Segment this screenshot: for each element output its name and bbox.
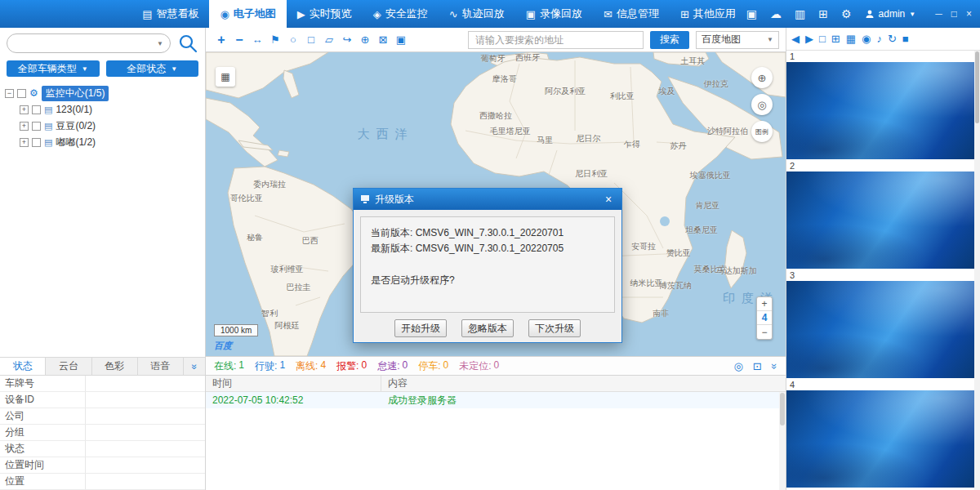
video-scrollbar[interactable] xyxy=(974,51,980,490)
close-icon[interactable]: × xyxy=(602,193,615,206)
polygon-draw-icon[interactable]: ▱ xyxy=(320,31,338,49)
zoom-select-icon[interactable]: ⊕ xyxy=(356,31,374,49)
collapse-panel-icon[interactable]: » xyxy=(184,358,205,375)
nav-tab-other-apps[interactable]: ⊞ 其他应用 xyxy=(670,0,746,28)
status-online: 在线: 1 xyxy=(214,359,244,373)
nav-tab-security[interactable]: ◈ 安全监控 xyxy=(363,0,439,28)
map-provider-select[interactable]: 百度地图 ▼ xyxy=(696,31,779,49)
maximize-button[interactable]: □ xyxy=(951,8,957,20)
nav-tab-label: 电子地图 xyxy=(234,7,276,21)
tree-node-label: 豆豆(0/2) xyxy=(56,119,96,133)
map-panorama-control[interactable]: ◎ xyxy=(751,94,773,115)
expand-icon[interactable]: + xyxy=(20,138,29,147)
search-icon[interactable] xyxy=(177,33,198,54)
user-menu[interactable]: admin ▼ xyxy=(865,8,916,20)
capture-icon[interactable]: ◉ xyxy=(862,33,871,45)
log-scrollbar[interactable] xyxy=(779,392,786,490)
tree-node-root[interactable]: − ⚙ 监控中心(1/5) xyxy=(5,85,205,101)
close-button[interactable]: × xyxy=(966,8,972,20)
ignore-version-button[interactable]: 忽略版本 xyxy=(461,319,514,337)
fullscreen-icon[interactable]: ⊡ xyxy=(753,360,762,372)
chevron-down-icon[interactable]: ▼ xyxy=(157,40,163,47)
tab-color[interactable]: 色彩 xyxy=(92,358,138,375)
single-view-icon[interactable]: □ xyxy=(819,33,826,45)
vehicle-status-filter[interactable]: 全部状态 ▼ xyxy=(106,60,199,77)
nav-tab-info-management[interactable]: ✉ 信息管理 xyxy=(593,0,670,28)
checkbox[interactable] xyxy=(17,89,26,98)
audio-icon[interactable]: ♪ xyxy=(876,33,882,45)
video-frame[interactable] xyxy=(786,390,974,488)
map-canvas[interactable]: 大西洋印度洋西班牙葡萄牙土耳其伊拉克摩洛哥阿尔及利亚利比亚埃及沙特阿拉伯西撒哈拉… xyxy=(206,52,786,356)
expand-icon[interactable]: + xyxy=(20,105,29,114)
next-page-icon[interactable]: ▶ xyxy=(805,33,813,45)
upgrade-later-button[interactable]: 下次升级 xyxy=(528,319,581,337)
settings-gear-icon[interactable]: ⚙ xyxy=(841,7,852,20)
collapse-panel-icon[interactable]: » xyxy=(768,363,781,368)
video-frame[interactable] xyxy=(786,62,974,159)
map-tools-control[interactable]: ⊕ xyxy=(751,67,773,88)
map-legend-control[interactable]: 图例 xyxy=(751,121,773,142)
video-cell[interactable]: 1 xyxy=(786,51,974,159)
video-frame[interactable] xyxy=(786,172,974,269)
map-overview-control[interactable]: ▦ xyxy=(216,67,235,87)
nav-tab-label: 实时预览 xyxy=(310,7,352,21)
screenshot-icon[interactable]: ▣ xyxy=(392,31,410,49)
tree-node-group[interactable]: + ▤ 豆豆(0/2) xyxy=(5,118,205,134)
clear-icon[interactable]: ⊠ xyxy=(374,31,392,49)
video-camera-icon: ▣ xyxy=(526,8,536,20)
vehicle-type-filter[interactable]: 全部车辆类型 ▼ xyxy=(7,60,100,77)
nine-view-icon[interactable]: ▦ xyxy=(846,33,856,45)
tab-status[interactable]: 状态 xyxy=(0,358,46,375)
dialog-titlebar[interactable]: 升级版本 × xyxy=(354,189,621,210)
checkbox[interactable] xyxy=(32,122,41,131)
cycle-icon[interactable]: ↻ xyxy=(888,33,897,45)
zoom-plus-button[interactable]: + xyxy=(757,297,772,311)
tree-node-group[interactable]: + ▤ 123(0/1) xyxy=(5,101,205,118)
pan-icon[interactable]: ↪ xyxy=(338,31,356,49)
zoom-minus-button[interactable]: − xyxy=(757,325,772,339)
video-cell[interactable]: 4 xyxy=(786,379,974,488)
nav-tab-preview[interactable]: ▶ 实时预览 xyxy=(287,0,363,28)
nav-tab-dashboard[interactable]: ▤ 智慧看板 xyxy=(131,0,209,28)
checkbox[interactable] xyxy=(32,105,41,114)
search-button[interactable]: 搜索 xyxy=(650,31,689,49)
zoom-in-icon[interactable]: + xyxy=(212,31,230,49)
nav-tab-map[interactable]: ◉ 电子地图 xyxy=(209,0,286,28)
tree-node-group[interactable]: + ▤ 嘟嘟(1/2) xyxy=(5,134,205,150)
log-row[interactable]: 2022-07-05 10:42:52 成功登录服务器 xyxy=(206,392,786,408)
map-search-group: 搜索 百度地图 ▼ xyxy=(468,31,779,49)
zoom-out-icon[interactable]: − xyxy=(230,31,248,49)
snapshot-icon[interactable]: ▣ xyxy=(746,7,757,20)
stop-all-icon[interactable]: ■ xyxy=(902,33,909,45)
tab-voice[interactable]: 语音 xyxy=(138,358,184,375)
apps-icon[interactable]: ⊞ xyxy=(818,7,828,20)
vehicle-search-input[interactable] xyxy=(7,33,171,53)
tab-ptz[interactable]: 云台 xyxy=(46,358,91,375)
info-row: 状态 xyxy=(0,441,205,457)
address-search-input[interactable] xyxy=(468,31,644,49)
dialog-body: 当前版本: CMSV6_WIN_7.30.0.1_20220701 最新版本: … xyxy=(354,210,621,344)
minimize-button[interactable]: ─ xyxy=(935,8,942,20)
upgrade-dialog: 升级版本 × 当前版本: CMSV6_WIN_7.30.0.1_20220701… xyxy=(353,188,622,343)
nav-tab-track-playback[interactable]: ∿ 轨迹回放 xyxy=(439,0,515,28)
video-cell[interactable]: 2 xyxy=(786,160,974,269)
store-icon[interactable]: ▥ xyxy=(795,7,805,20)
prev-page-icon[interactable]: ◀ xyxy=(791,33,800,45)
circle-draw-icon[interactable]: ○ xyxy=(284,31,302,49)
video-cell[interactable]: 3 xyxy=(786,270,974,378)
cloud-icon[interactable]: ☁ xyxy=(770,7,782,20)
follow-vehicle-icon[interactable]: ◎ xyxy=(734,360,743,372)
nav-tab-video-playback[interactable]: ▣ 录像回放 xyxy=(515,0,593,28)
dialog-icon xyxy=(360,194,370,204)
quad-view-icon[interactable]: ⊞ xyxy=(831,33,840,45)
status-idle: 怠速: 0 xyxy=(377,359,408,373)
collapse-icon[interactable]: − xyxy=(5,89,14,98)
play-icon: ▶ xyxy=(297,8,305,20)
expand-icon[interactable]: + xyxy=(20,122,29,131)
video-frame[interactable] xyxy=(786,281,974,378)
start-upgrade-button[interactable]: 开始升级 xyxy=(394,319,447,337)
flag-icon[interactable]: ⚑ xyxy=(266,31,284,49)
checkbox[interactable] xyxy=(32,138,41,147)
rect-draw-icon[interactable]: □ xyxy=(302,31,320,49)
measure-icon[interactable]: ↔ xyxy=(248,31,266,49)
